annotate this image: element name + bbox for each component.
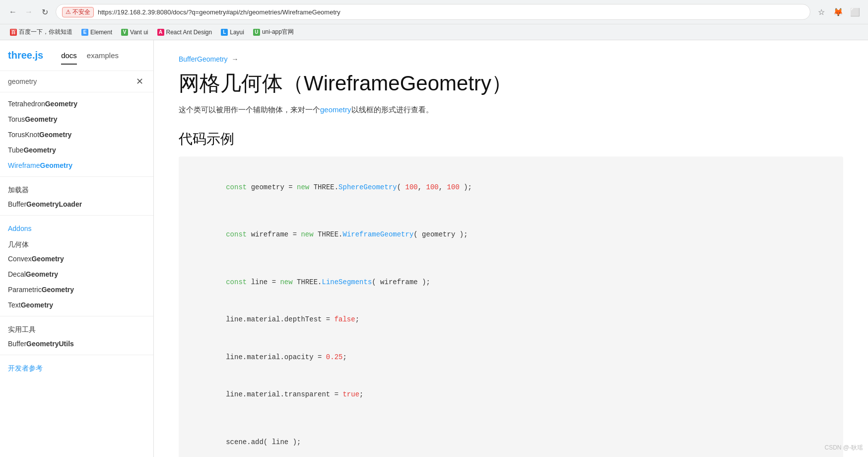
code-line-4: line.material.depthTest = false;	[193, 301, 829, 339]
address-bar[interactable]: ⚠ 不安全 https://192.168.2.39:8080/docs/?q=…	[56, 4, 810, 20]
bookmark-label-uniapp: uni-app官网	[262, 28, 294, 36]
bookmark-icon-layui: L	[221, 29, 228, 36]
bookmark-label-layui: Layui	[230, 29, 244, 36]
browser-toolbar: ← → ↻ ⚠ 不安全 https://192.168.2.39:8080/do…	[0, 0, 868, 24]
security-label: 不安全	[72, 8, 90, 16]
sidebar-item-tetrahedron[interactable]: TetrahedronGeometry	[0, 96, 153, 112]
sidebar-item-parametric[interactable]: ParametricGeometry	[0, 282, 153, 298]
bookmark-icon-react-ant: A	[157, 29, 164, 36]
code-empty-2	[193, 254, 829, 264]
bookmark-vant[interactable]: VVant ui	[117, 27, 152, 37]
breadcrumb[interactable]: BufferGeometry →	[179, 55, 843, 63]
bookmark-react-ant[interactable]: AReact Ant Design	[153, 27, 216, 37]
bookmark-element[interactable]: EElement	[77, 27, 116, 37]
security-badge: ⚠ 不安全	[62, 7, 94, 17]
sidebar-item-bufferutils[interactable]: BufferGeometryUtils	[0, 336, 153, 352]
forward-button[interactable]: →	[22, 5, 36, 19]
desc-after: 以线框的形式进行查看。	[351, 105, 433, 114]
sidebar-item-convex[interactable]: ConvexGeometry	[0, 251, 153, 267]
sidebar-item-decal[interactable]: DecalGeometry	[0, 267, 153, 282]
bookmark-label-element: Element	[90, 29, 112, 36]
tab-docs[interactable]: docs	[61, 51, 77, 65]
sidebar: three.js docs examples geometry ✕ Tetrah…	[0, 40, 154, 457]
code-block: const geometry = new THREE.SphereGeometr…	[179, 156, 843, 457]
app-layout: three.js docs examples geometry ✕ Tetrah…	[0, 40, 868, 457]
code-line-1: const geometry = new THREE.SphereGeometr…	[193, 168, 829, 206]
section-loaders: 加载器	[0, 180, 153, 197]
divider-loaders	[0, 176, 153, 177]
code-empty-1	[193, 206, 829, 216]
sidebar-item-torus[interactable]: TorusGeometry	[0, 112, 153, 127]
bookmark-icon-uniapp: U	[253, 29, 260, 36]
divider-addons	[0, 215, 153, 216]
section-geo: 几何体	[0, 234, 153, 251]
desc-link[interactable]: geometry	[320, 105, 351, 114]
main-content[interactable]: BufferGeometry → 网格几何体（WireframeGeometry…	[154, 40, 868, 457]
logo[interactable]: three.js	[8, 50, 43, 61]
code-line-2: const wireframe = new THREE.WireframeGeo…	[193, 216, 829, 254]
code-empty-3	[193, 414, 829, 424]
bookmark-button[interactable]: ☆	[814, 5, 828, 19]
desc-before: 这个类可以被用作一个辅助物体，来对一个	[179, 105, 320, 114]
sidebar-item-torusknot[interactable]: TorusKnotGeometry	[0, 127, 153, 143]
close-search-button[interactable]: ✕	[134, 76, 145, 87]
search-text[interactable]: geometry	[8, 77, 37, 85]
bookmark-label-react-ant: React Ant Design	[166, 29, 212, 36]
divider-utils	[0, 316, 153, 316]
sidebar-header: three.js docs examples	[0, 40, 153, 71]
sidebar-list[interactable]: TetrahedronGeometry TorusGeometry TorusK…	[0, 92, 153, 457]
bookmark-layui[interactable]: LLayui	[217, 27, 248, 37]
tab-examples[interactable]: examples	[87, 51, 119, 65]
breadcrumb-link[interactable]: BufferGeometry	[179, 55, 228, 63]
menu-button[interactable]: ⬜	[848, 5, 862, 19]
code-line-6: line.material.transparent = true;	[193, 376, 829, 414]
sidebar-item-bufferloader[interactable]: BufferGeometryLoader	[0, 197, 153, 212]
bookmark-icon-baidu: 百	[10, 29, 17, 36]
bookmarks-bar: 百百度一下，你就知道EElementVVant uiAReact Ant Des…	[0, 24, 868, 40]
section-dev[interactable]: 开发者参考	[0, 358, 153, 375]
code-line-7: scene.add( line );	[193, 424, 829, 457]
nav-buttons: ← → ↻	[6, 5, 52, 19]
back-button[interactable]: ←	[6, 5, 20, 19]
browser-actions: ☆ 🦊 ⬜	[814, 5, 862, 19]
security-icon: ⚠	[66, 8, 71, 15]
url-text: https://192.168.2.39:8080/docs/?q=geomet…	[98, 8, 804, 16]
code-keyword-const1: const	[226, 183, 247, 191]
bookmark-label-vant: Vant ui	[130, 29, 148, 36]
page-description: 这个类可以被用作一个辅助物体，来对一个geometry以线框的形式进行查看。	[179, 104, 843, 116]
reload-button[interactable]: ↻	[38, 5, 52, 19]
bookmark-icon-vant: V	[121, 29, 128, 36]
sidebar-search: geometry ✕	[0, 71, 153, 92]
divider-dev	[0, 355, 153, 355]
section-utils: 实用工具	[0, 319, 153, 336]
bookmark-uniapp[interactable]: Uuni-app官网	[249, 26, 298, 38]
bookmark-baidu[interactable]: 百百度一下，你就知道	[6, 26, 76, 38]
bookmark-label-baidu: 百度一下，你就知道	[19, 28, 72, 36]
sidebar-nav: docs examples	[53, 46, 127, 65]
sidebar-item-wireframe[interactable]: WireframeGeometry	[0, 158, 153, 173]
section-code-title: 代码示例	[179, 130, 843, 149]
code-line-3: const line = new THREE.LineSegments( wir…	[193, 264, 829, 302]
extension-button[interactable]: 🦊	[831, 5, 845, 19]
section-addons[interactable]: Addons	[0, 219, 153, 234]
page-title: 网格几何体（WireframeGeometry）	[179, 71, 843, 96]
sidebar-item-text[interactable]: TextGeometry	[0, 298, 153, 313]
sidebar-item-tube[interactable]: TubeGeometry	[0, 143, 153, 158]
code-line-5: line.material.opacity = 0.25;	[193, 339, 829, 377]
browser-chrome: ← → ↻ ⚠ 不安全 https://192.168.2.39:8080/do…	[0, 0, 868, 40]
watermark: CSDN @-耿瑶	[824, 444, 863, 452]
breadcrumb-arrow: →	[231, 55, 238, 63]
bookmark-icon-element: E	[81, 29, 88, 36]
